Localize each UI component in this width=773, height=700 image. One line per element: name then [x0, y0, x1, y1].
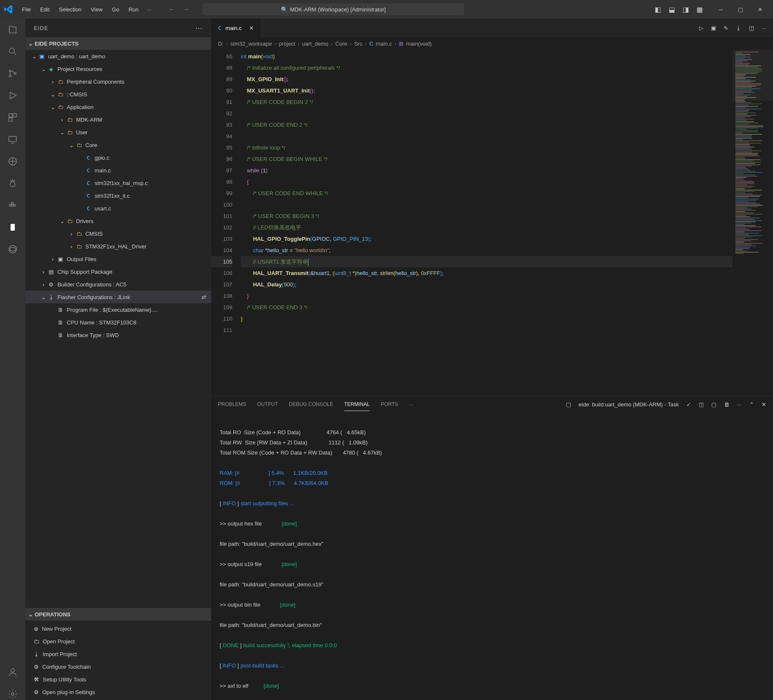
project-icon[interactable]	[7, 177, 19, 189]
tab-label: main.c	[226, 25, 242, 31]
tree-item[interactable]: Cstm32f1xx_it.c	[25, 189, 211, 202]
panel-maximize-icon[interactable]: ⌃	[749, 401, 754, 408]
kill-terminal-icon[interactable]: 🗑	[724, 401, 729, 408]
nav-forward-icon[interactable]: →	[183, 5, 190, 13]
svg-rect-6	[9, 118, 12, 121]
panel-tab-problems[interactable]: PROBLEMS	[218, 398, 246, 411]
panel: PROBLEMSOUTPUTDEBUG CONSOLETERMINALPORTS…	[211, 396, 773, 700]
tree-item[interactable]: ⌄🗀Drivers	[25, 215, 211, 227]
panel-more-icon[interactable]: ···	[409, 398, 414, 411]
svg-point-2	[9, 75, 11, 77]
tree-item[interactable]: ›▤Chip Support Package	[25, 265, 211, 278]
breadcrumb[interactable]: D:›stm32_worksape›project›uart_demo›Core…	[211, 37, 773, 50]
explorer-icon[interactable]	[7, 24, 19, 35]
testing-icon[interactable]	[7, 155, 19, 167]
terminal-output[interactable]: Total RO Size (Code + RO Data) 4764 ( 4.…	[211, 413, 773, 700]
panel-tab-terminal[interactable]: TERMINAL	[344, 398, 370, 411]
tree-item[interactable]: Cusart.c	[25, 202, 211, 215]
line-gutter: 6688899091929394959697989910010110210310…	[211, 50, 241, 396]
menu-edit[interactable]: Edit	[36, 4, 54, 15]
tree-item[interactable]: ›🗀STM32F1xx_HAL_Driver	[25, 240, 211, 253]
nav-back-icon[interactable]: ←	[169, 5, 175, 13]
run-debug-icon[interactable]	[7, 90, 19, 101]
op-import-project[interactable]: ⭳Import Project	[25, 648, 211, 660]
tree-item[interactable]: ⌄⭳Flasher Configurations : JLink⇄	[25, 291, 211, 303]
tree-item[interactable]: Cmain.c	[25, 164, 211, 177]
docker-icon[interactable]	[7, 199, 19, 211]
serial-icon[interactable]	[7, 243, 19, 255]
tree-item[interactable]: ›🗀Peripheral Components	[25, 75, 211, 88]
tree-item[interactable]: ›▣Output Files	[25, 253, 211, 265]
split-terminal-icon[interactable]: ◫	[699, 401, 704, 408]
section-operations[interactable]: ⌄OPERATIONS	[25, 608, 211, 621]
operations-list: ⊕New Project🗀Open Project⭳Import Project…	[25, 621, 211, 700]
run-icon[interactable]: ▷	[699, 25, 703, 31]
search-icon[interactable]	[7, 46, 19, 57]
tab-main-c[interactable]: C main.c ✕	[211, 19, 261, 37]
tree-item[interactable]: 🗎Program File : ${ExecutableName}....	[25, 303, 211, 316]
panel-tab-ports[interactable]: PORTS	[381, 398, 398, 411]
layout-customize-icon[interactable]: ▦	[697, 5, 703, 14]
tree-item[interactable]: ⌄▣uart_demo : uart_demo	[25, 50, 211, 63]
menu-more[interactable]: ···	[143, 4, 156, 15]
tree-item[interactable]: ⌄🗀Application	[25, 101, 211, 113]
tree-item[interactable]: ⌄🗀::CMSIS	[25, 88, 211, 101]
eide-icon[interactable]	[7, 221, 19, 233]
download-icon[interactable]: ⭳	[736, 25, 741, 31]
tree-item[interactable]: ›🗀MDK-ARM	[25, 113, 211, 126]
menu-go[interactable]: Go	[108, 4, 123, 15]
svg-point-9	[10, 182, 15, 187]
remote-icon[interactable]	[7, 133, 19, 145]
tree-item[interactable]: Cgpio.c	[25, 151, 211, 164]
menu-file[interactable]: File	[18, 4, 35, 15]
tree-item[interactable]: ⌄◈Project Resources	[25, 63, 211, 75]
new-terminal-icon[interactable]: ▢	[711, 401, 716, 408]
panel-close-icon[interactable]: ✕	[762, 401, 766, 408]
tree-item[interactable]: ⌄🗀Core	[25, 139, 211, 151]
section-eide-projects[interactable]: ⌄EIDE PROJECTS	[25, 37, 211, 50]
vscode-logo	[3, 4, 14, 14]
tree-item[interactable]: ›🗀CMSIS	[25, 227, 211, 240]
menu-selection[interactable]: Selection	[54, 4, 85, 15]
accounts-icon[interactable]	[7, 666, 19, 678]
maximize-button[interactable]: ▢	[731, 0, 750, 19]
panel-tab-debug-console[interactable]: DEBUG CONSOLE	[289, 398, 333, 411]
source-control-icon[interactable]	[7, 68, 19, 79]
extensions-icon[interactable]	[7, 112, 19, 123]
tree-item[interactable]: ›⚙Builder Configurations : AC5	[25, 278, 211, 291]
menu-run[interactable]: Run	[124, 4, 143, 15]
more-actions-icon[interactable]: ···	[762, 25, 766, 31]
tree-item[interactable]: ⌄🗀User	[25, 126, 211, 139]
panel-tabs: PROBLEMSOUTPUTDEBUG CONSOLETERMINALPORTS…	[211, 396, 773, 413]
svg-point-17	[11, 693, 14, 695]
panel-tab-output[interactable]: OUTPUT	[257, 398, 278, 411]
minimize-button[interactable]: ─	[711, 0, 731, 19]
titlebar: FileEditSelectionViewGoRun ··· ← → 🔍 MDK…	[0, 0, 773, 19]
task-label[interactable]: eide: build:uart_demo (MDK-ARM) - Task	[579, 401, 679, 408]
build-icon[interactable]: ▣	[711, 25, 716, 31]
op-open-project[interactable]: 🗀Open Project	[25, 635, 211, 648]
layout-right-icon[interactable]: ◨	[683, 5, 689, 14]
op-new-project[interactable]: ⊕New Project	[25, 622, 211, 635]
search-icon: 🔍	[281, 6, 288, 13]
code-editor[interactable]: int main(void) /* Initialize all configu…	[241, 50, 732, 396]
tab-close-icon[interactable]: ✕	[249, 25, 254, 31]
op-configure-toolchain[interactable]: ⚙Configure Toolchain	[25, 660, 211, 673]
tree-item[interactable]: Cstm32f1xx_hal_msp.c	[25, 177, 211, 189]
minimap[interactable]	[732, 50, 773, 396]
command-center[interactable]: 🔍 MDK-ARM (Workspace) [Administrator]	[202, 3, 464, 15]
menu-view[interactable]: View	[87, 4, 107, 15]
op-open-plug-in-settings[interactable]: ⚙Open plug-in Settings	[25, 686, 211, 698]
activity-bar	[0, 19, 25, 700]
clean-icon[interactable]: ✎	[724, 25, 728, 31]
layout-left-icon[interactable]: ◧	[655, 5, 661, 14]
sidebar-more-icon[interactable]: ···	[196, 25, 203, 31]
split-icon[interactable]: ◫	[749, 25, 754, 31]
tree-item[interactable]: 🗎CPU Name : STM32F103C8	[25, 316, 211, 329]
settings-icon[interactable]	[7, 688, 19, 700]
op-setup-utility-tools[interactable]: 🛠Setup Utility Tools	[25, 673, 211, 686]
panel-overflow-icon[interactable]: ···	[737, 401, 742, 408]
close-button[interactable]: ✕	[750, 0, 770, 19]
tree-item[interactable]: 🗎Interface Type : SWD	[25, 329, 211, 341]
layout-bottom-icon[interactable]: ⬓	[669, 5, 675, 14]
